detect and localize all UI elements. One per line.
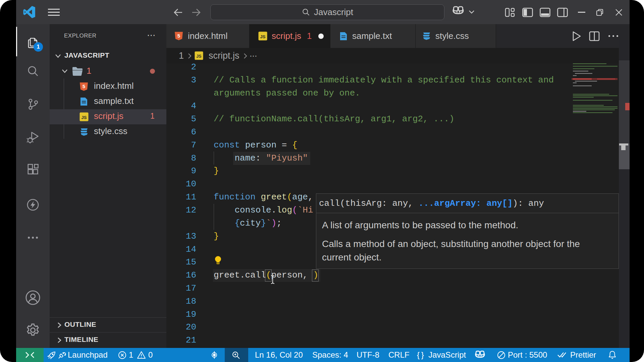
svg-text:5: 5 bbox=[177, 33, 180, 39]
svg-text:JS: JS bbox=[82, 115, 87, 120]
svg-text:5: 5 bbox=[83, 83, 85, 89]
svg-text:JS: JS bbox=[260, 34, 266, 39]
svg-text:JS: JS bbox=[196, 54, 201, 59]
